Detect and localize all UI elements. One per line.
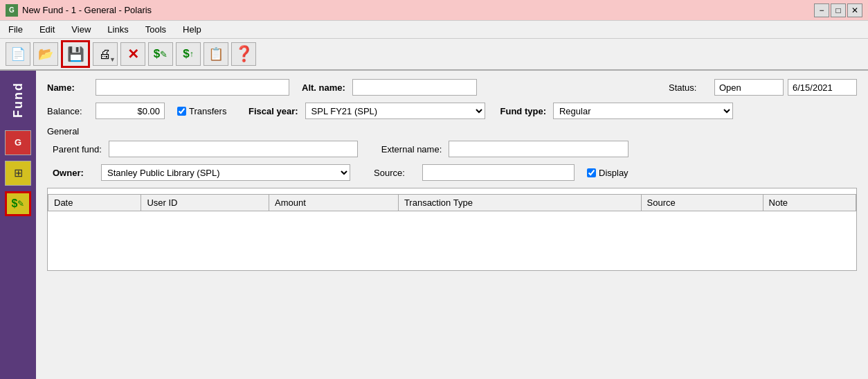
table-header-row: Date User ID Amount Transaction Type Sou…: [48, 195, 856, 211]
transfers-label: Transfers: [189, 106, 230, 116]
col-transaction-type: Transaction Type: [398, 195, 641, 211]
fund-type-label: Fund type:: [500, 106, 546, 116]
col-source: Source: [641, 195, 763, 211]
source-input[interactable]: [422, 164, 575, 181]
general-section-label: General: [47, 126, 857, 136]
balance-label: Balance:: [47, 106, 89, 116]
form-area: Name: Alt. name: Status: Balance: Transf…: [36, 71, 868, 379]
delete-button[interactable]: ✕: [120, 42, 145, 66]
display-label: Display: [599, 168, 640, 178]
menu-file[interactable]: File: [6, 23, 26, 36]
transfers-checkbox[interactable]: [177, 107, 186, 116]
menu-links[interactable]: Links: [105, 23, 131, 36]
owner-select[interactable]: Stanley Public Library (SPL): [101, 164, 350, 181]
external-name-input[interactable]: [449, 141, 629, 157]
status-group: Status:: [669, 79, 857, 96]
name-label: Name:: [47, 82, 89, 93]
source-label: Source:: [374, 168, 415, 178]
display-checkbox[interactable]: [587, 168, 596, 177]
parent-fund-row: Parent fund: External name:: [53, 141, 857, 157]
dollar-up-button[interactable]: $↑: [176, 42, 201, 66]
balance-row: Balance: Transfers Fiscal year: SPL FY21…: [47, 103, 857, 119]
name-row: Name: Alt. name: Status:: [47, 79, 857, 96]
alt-name-label: Alt. name:: [302, 82, 345, 93]
transactions-table: Date User ID Amount Transaction Type Sou…: [48, 194, 856, 211]
fiscal-year-label: Fiscal year:: [248, 106, 298, 116]
external-name-label: External name:: [381, 144, 442, 155]
sidebar-label: Fund: [11, 82, 26, 118]
menu-tools[interactable]: Tools: [143, 23, 169, 36]
transfers-group: Transfers: [177, 106, 230, 116]
fiscal-year-select[interactable]: SPL FY21 (SPL): [305, 103, 485, 119]
restore-button[interactable]: □: [831, 3, 846, 17]
name-input[interactable]: [96, 79, 289, 96]
minimize-button[interactable]: −: [814, 3, 829, 17]
parent-fund-label: Parent fund:: [53, 144, 102, 155]
save-button-wrapper: 💾: [61, 40, 90, 68]
app-icon: G: [6, 4, 18, 17]
parent-fund-input[interactable]: [109, 141, 358, 157]
new-button[interactable]: 📄: [6, 42, 30, 66]
open-button[interactable]: 📂: [33, 42, 58, 66]
menu-help[interactable]: Help: [180, 23, 204, 36]
copy-button[interactable]: 📋: [204, 42, 228, 66]
menu-edit[interactable]: Edit: [37, 23, 57, 36]
display-group: Display: [587, 168, 640, 178]
window-controls[interactable]: − □ ✕: [814, 3, 862, 17]
sidebar-btn-allocations[interactable]: ⊞: [5, 161, 31, 186]
save-button[interactable]: 💾: [63, 42, 88, 66]
sidebar-btn-general[interactable]: G: [5, 130, 31, 155]
col-note: Note: [763, 195, 856, 211]
transactions-table-area: Date User ID Amount Transaction Type Sou…: [47, 188, 857, 271]
col-user-id: User ID: [141, 195, 269, 211]
close-button[interactable]: ✕: [847, 3, 862, 17]
fund-type-select[interactable]: Regular: [553, 103, 733, 119]
help-button[interactable]: ❓: [231, 42, 256, 66]
status-input[interactable]: [714, 79, 784, 96]
status-label: Status:: [669, 82, 710, 93]
col-amount: Amount: [269, 195, 399, 211]
status-date-input[interactable]: [788, 79, 857, 96]
menu-view[interactable]: View: [69, 23, 93, 36]
title-bar: G New Fund - 1 - General - Polaris − □ ✕: [0, 0, 868, 21]
balance-input[interactable]: [96, 103, 165, 119]
col-date: Date: [48, 195, 141, 211]
title-bar-left: G New Fund - 1 - General - Polaris: [6, 4, 152, 17]
owner-row: Owner: Stanley Public Library (SPL) Sour…: [53, 164, 857, 181]
toolbar: 📄 📂 💾 🖨 ▼ ✕ $✎ $↑ 📋 ❓: [0, 39, 868, 71]
sidebar: Fund G ⊞ $✎: [0, 71, 36, 379]
owner-label: Owner:: [53, 168, 94, 178]
dollar-adjust-button[interactable]: $✎: [148, 42, 173, 66]
print-button[interactable]: 🖨 ▼: [93, 42, 118, 66]
sidebar-btn-expenditures[interactable]: $✎: [5, 191, 31, 216]
menu-bar: File Edit View Links Tools Help: [0, 21, 868, 39]
alt-name-input[interactable]: [352, 79, 477, 96]
general-section: Parent fund: External name: Owner: Stanl…: [53, 141, 857, 181]
window-title: New Fund - 1 - General - Polaris: [22, 5, 152, 15]
main-area: Fund G ⊞ $✎ Name: Alt. name: Status: Bal…: [0, 71, 868, 379]
